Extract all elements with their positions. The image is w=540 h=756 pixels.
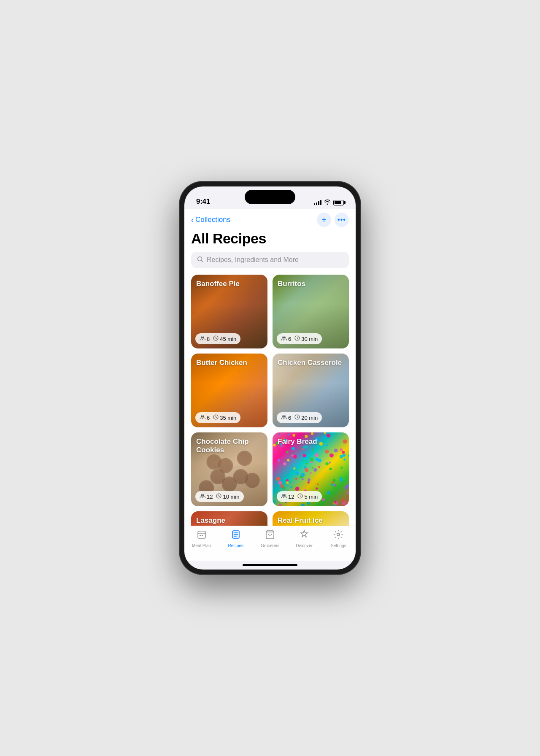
servings-meta: 6 (200, 415, 210, 421)
recipe-meta-pill: 12 5 min (277, 491, 322, 502)
recipe-card-chocolate-chip-cookies[interactable]: Chocolate Chip Cookies 12 (191, 432, 267, 506)
more-icon: ••• (338, 216, 346, 224)
nav-bar: ‹ Collections + ••• (184, 209, 356, 229)
back-button[interactable]: ‹ Collections (191, 216, 230, 224)
tab-settings[interactable]: Settings (321, 529, 356, 548)
groceries-tab-label: Groceries (261, 543, 279, 548)
servings-meta: 12 (281, 494, 294, 500)
servings-meta: 12 (200, 494, 213, 500)
svg-point-7 (282, 336, 284, 338)
recipe-meta: 12 5 min (277, 491, 345, 502)
svg-point-2 (201, 336, 202, 338)
recipe-card-burritos[interactable]: Burritos 6 (273, 275, 349, 348)
wifi-icon (324, 199, 331, 206)
svg-line-42 (219, 496, 220, 497)
recipe-card-chicken-casserole[interactable]: Chicken Casserole 6 (273, 354, 349, 427)
clock-icon (294, 335, 300, 342)
svg-line-16 (216, 417, 217, 418)
recipe-meta-pill: 6 35 min (195, 412, 240, 423)
add-button[interactable]: + (317, 213, 331, 227)
tab-bar: Meal Plan Recipes Groceries Discover Set… (184, 526, 356, 561)
time-meta: 20 min (294, 414, 318, 421)
recipe-title: Fairy Bread (278, 437, 344, 446)
recipe-meta-pill: 6 30 min (277, 333, 322, 344)
svg-point-187 (337, 533, 340, 536)
recipe-title: Lasagne (196, 516, 262, 525)
tab-recipes[interactable]: Recipes (219, 529, 253, 548)
time-value: 10 min (223, 494, 239, 500)
servings-meta: 8 (200, 336, 210, 342)
time-value: 35 min (220, 415, 236, 421)
clock-icon (216, 493, 221, 500)
back-chevron-icon: ‹ (191, 216, 194, 224)
svg-line-21 (297, 417, 298, 418)
clock-icon (294, 414, 300, 421)
svg-line-1 (202, 261, 203, 262)
recipe-card-lasagne[interactable]: Lasagne 6 (191, 511, 267, 526)
battery-icon (333, 200, 344, 205)
recipe-meta-pill: 6 20 min (277, 412, 322, 423)
svg-point-38 (201, 494, 202, 496)
meal-plan-tab-label: Meal Plan (192, 543, 211, 548)
servings-meta: 6 (281, 336, 291, 342)
recipe-meta: 12 10 min (195, 491, 263, 502)
recipe-meta: 6 20 min (277, 412, 345, 423)
recipe-meta-pill: 8 45 min (195, 333, 240, 344)
recipe-title: Chocolate Chip Cookies (196, 437, 262, 455)
tab-groceries[interactable]: Groceries (253, 529, 287, 548)
recipe-card-butter-chicken[interactable]: Butter Chicken 6 (191, 354, 267, 427)
recipes-tab-icon (231, 529, 241, 542)
people-icon (200, 494, 205, 500)
recipe-title: Banoffee Pie (196, 280, 262, 288)
people-icon (281, 494, 287, 500)
signal-icon (314, 200, 321, 205)
recipe-meta-pill: 12 10 min (195, 491, 244, 502)
time-meta: 5 min (297, 493, 318, 500)
recipe-grid: Banoffee Pie 8 (184, 275, 356, 526)
people-icon (281, 336, 287, 342)
clock-icon (297, 493, 303, 500)
time-value: 5 min (304, 494, 318, 500)
recipe-title: Real Fruit Ice Cream (278, 516, 344, 526)
servings-value: 12 (288, 494, 294, 500)
more-button[interactable]: ••• (335, 213, 349, 227)
recipe-meta: 6 35 min (195, 412, 263, 423)
people-icon (281, 415, 287, 421)
svg-point-164 (284, 494, 286, 496)
app-content: ‹ Collections + ••• All Recipes (184, 209, 356, 526)
add-icon: + (321, 215, 327, 225)
servings-value: 12 (207, 494, 213, 500)
svg-rect-178 (198, 531, 205, 538)
search-container: Recipes, Ingredients and More (184, 252, 356, 275)
svg-point-8 (284, 336, 286, 338)
search-placeholder: Recipes, Ingredients and More (207, 256, 299, 264)
recipe-card-banoffee-pie[interactable]: Banoffee Pie 8 (191, 275, 267, 348)
back-label: Collections (195, 216, 230, 224)
recipe-card-fairy-bread[interactable]: Fairy Bread 12 (273, 432, 349, 506)
nav-actions: + ••• (317, 213, 349, 227)
home-indicator (243, 564, 297, 566)
recipes-tab-label: Recipes (228, 543, 243, 548)
settings-tab-label: Settings (331, 543, 346, 548)
phone-frame: 9:41 (179, 181, 361, 575)
svg-rect-180 (200, 535, 201, 536)
servings-value: 6 (288, 336, 291, 342)
svg-point-18 (284, 415, 286, 417)
phone-screen: 9:41 (184, 186, 356, 570)
svg-point-17 (282, 415, 284, 417)
clock-icon (213, 335, 219, 342)
time-meta: 35 min (213, 414, 236, 421)
tab-meal-plan[interactable]: Meal Plan (184, 529, 219, 548)
discover-tab-label: Discover (296, 543, 313, 548)
discover-tab-icon (299, 529, 309, 542)
recipe-card-real-fruit-ice-cream[interactable]: Real Fruit Ice Cream 4 (273, 511, 349, 526)
svg-point-13 (202, 415, 204, 417)
svg-point-3 (202, 336, 204, 338)
tab-discover[interactable]: Discover (287, 529, 321, 548)
recipe-title: Burritos (278, 280, 344, 288)
search-icon (197, 256, 203, 264)
search-bar[interactable]: Recipes, Ingredients and More (191, 252, 349, 268)
clock-icon (213, 414, 219, 421)
svg-line-167 (300, 496, 301, 497)
svg-point-163 (282, 494, 284, 496)
